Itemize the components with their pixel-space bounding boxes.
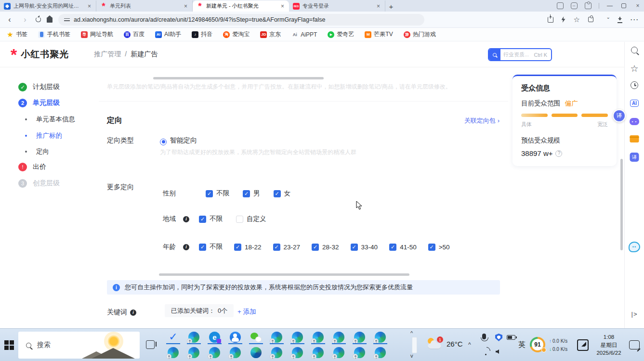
- taskbar-clock[interactable]: 1:08 星期日 2025/6/22: [591, 333, 627, 357]
- bookmark-item[interactable]: M芒果TV: [365, 30, 393, 39]
- grid-scrollbar[interactable]: [412, 337, 417, 353]
- bookmark-star-icon[interactable]: ☆: [574, 17, 580, 23]
- breadcrumb-section[interactable]: 推广管理: [94, 50, 121, 59]
- edge-window[interactable]: [308, 345, 329, 360]
- sidebar-item-promotion-target[interactable]: 推广标的: [22, 131, 62, 140]
- bookmark-item[interactable]: JD京东: [260, 30, 281, 39]
- wechat-app[interactable]: [246, 329, 266, 345]
- edge-window[interactable]: [184, 345, 204, 360]
- checkbox-age-unlimited[interactable]: 不限: [199, 243, 223, 251]
- checkbox-age-23-27[interactable]: 23-27: [273, 244, 301, 251]
- sidebar-item-bidding[interactable]: ! 出价: [18, 163, 46, 171]
- notification-center-icon[interactable]: [629, 340, 640, 349]
- extensions-icon[interactable]: [588, 17, 593, 22]
- taskbar-weather[interactable]: 1 26°C: [427, 336, 463, 351]
- edge-window[interactable]: [266, 345, 287, 360]
- side-panel-icon[interactable]: [557, 2, 564, 9]
- edge-window[interactable]: [349, 345, 370, 360]
- edge-window[interactable]: [349, 329, 370, 345]
- search-weather-art[interactable]: [87, 332, 140, 359]
- url-field[interactable]: ad.xiaohongshu.com/aurora/ad/create/unit…: [58, 14, 424, 26]
- checkbox-region-unlimited[interactable]: 不限: [199, 215, 223, 223]
- checkbox-checked-icon[interactable]: [312, 244, 319, 251]
- translate-icon[interactable]: 译: [630, 153, 639, 162]
- extension-icon[interactable]: [585, 2, 591, 9]
- battery-percent-ring[interactable]: 91: [530, 337, 545, 352]
- checkbox-checked-icon[interactable]: [351, 244, 358, 251]
- add-keyword-button[interactable]: + 添加: [237, 308, 256, 316]
- horizontal-scrollbar-thumb[interactable]: [159, 273, 409, 276]
- edge-window[interactable]: [308, 329, 329, 345]
- grid-scroll-down-icon[interactable]: v: [410, 353, 413, 359]
- close-button[interactable]: ×: [634, 2, 641, 9]
- todo-check-app[interactable]: ✓: [163, 329, 184, 345]
- sidebar-item-plan-level[interactable]: ✓ 计划层级: [18, 83, 60, 91]
- bookmark-item[interactable]: 百百度: [124, 30, 145, 39]
- checkbox-checked-icon[interactable]: [206, 190, 213, 197]
- task-view-icon[interactable]: [146, 340, 155, 349]
- forward-button[interactable]: ›: [20, 15, 30, 24]
- bookmark-item[interactable]: ▶爱奇艺: [328, 30, 354, 39]
- edge-browser[interactable]: [246, 345, 266, 360]
- edge-window[interactable]: [329, 329, 349, 345]
- edge-legacy-window[interactable]: e: [204, 329, 225, 345]
- edge-window[interactable]: [266, 329, 287, 345]
- battery-icon[interactable]: [507, 335, 515, 340]
- input-language-indicator[interactable]: 英: [518, 340, 526, 349]
- quick-actions-icon[interactable]: [562, 16, 565, 23]
- security-shield-icon[interactable]: [495, 334, 502, 341]
- checkbox-age-33-40[interactable]: 33-40: [351, 244, 378, 251]
- search-icon[interactable]: [489, 48, 500, 61]
- bookmark-item[interactable]: 手机书签: [38, 30, 70, 39]
- horizontal-scrollbar-thumb[interactable]: [153, 77, 324, 79]
- browser-menu-icon[interactable]: ···: [631, 16, 639, 23]
- favorites-star-icon[interactable]: ☆: [630, 63, 638, 74]
- edge-window[interactable]: [287, 345, 308, 360]
- network-speed-monitor[interactable]: ↑0.0 K/s ↓0.0 K/s: [549, 337, 567, 353]
- downloads-icon[interactable]: [618, 17, 622, 23]
- speaker-icon[interactable]: [496, 349, 499, 354]
- bookmark-item[interactable]: ★书签: [7, 30, 27, 39]
- sidebar-item-targeting[interactable]: 定向: [22, 147, 49, 156]
- games-icon[interactable]: [630, 118, 639, 125]
- bookmark-item[interactable]: AiAiPPT: [291, 31, 317, 38]
- edge-window[interactable]: [370, 345, 391, 360]
- home-button[interactable]: [47, 18, 53, 23]
- screenshot-tool-icon[interactable]: [577, 339, 589, 351]
- edge-window[interactable]: [204, 345, 225, 360]
- browser-tools-icon[interactable]: [571, 2, 578, 9]
- checkbox-checked-icon[interactable]: [199, 244, 206, 251]
- info-icon[interactable]: i: [130, 309, 136, 316]
- tab-close-icon[interactable]: ×: [183, 3, 188, 10]
- sidebar-item-unit-level[interactable]: 2 单元层级: [18, 99, 60, 107]
- tab-unit-list[interactable]: * 单元列表 ×: [96, 0, 193, 12]
- toolbox-icon[interactable]: [630, 135, 639, 142]
- tab-nav-site[interactable]: 上网导航-安全实用的网址导航 ×: [0, 0, 96, 12]
- checkbox-gender-male[interactable]: 男: [243, 189, 260, 198]
- checkbox-age-50plus[interactable]: >50: [428, 244, 450, 251]
- start-button[interactable]: [4, 340, 14, 350]
- bookmark-item[interactable]: 导网址导航: [81, 30, 113, 39]
- info-icon[interactable]: i: [183, 244, 189, 250]
- header-search[interactable]: 行业资质... Ctrl K: [488, 48, 552, 61]
- maximize-button[interactable]: [621, 3, 626, 8]
- microphone-icon[interactable]: [482, 334, 486, 339]
- checkbox-unchecked-icon[interactable]: [236, 216, 243, 223]
- user-cloud-app[interactable]: [225, 329, 246, 345]
- new-tab-button[interactable]: +: [385, 1, 397, 12]
- tab-pro-login[interactable]: RED 专业号登录 ×: [289, 0, 385, 12]
- download-menu-icon[interactable]: [602, 16, 609, 23]
- edge-window[interactable]: [329, 345, 349, 360]
- checkbox-age-41-50[interactable]: 41-50: [389, 244, 417, 251]
- translate-floating-badge[interactable]: 译: [613, 109, 626, 122]
- tab-new-unit-active[interactable]: * 新建单元 - 小红书聚光 ×: [193, 0, 289, 12]
- expand-rail-icon[interactable]: |>: [631, 310, 638, 318]
- wifi-icon[interactable]: [483, 350, 490, 355]
- checkbox-age-18-22[interactable]: 18-22: [234, 244, 262, 251]
- checkbox-gender-female[interactable]: 女: [274, 189, 291, 198]
- tab-close-icon[interactable]: ×: [280, 3, 285, 10]
- checkbox-checked-icon[interactable]: [273, 244, 280, 251]
- link-targeting-package[interactable]: 关联定向包›: [464, 116, 499, 125]
- page-scrollbar-thumb[interactable]: [620, 159, 623, 250]
- sidebar-item-unit-basic-info[interactable]: 单元基本信息: [22, 115, 75, 124]
